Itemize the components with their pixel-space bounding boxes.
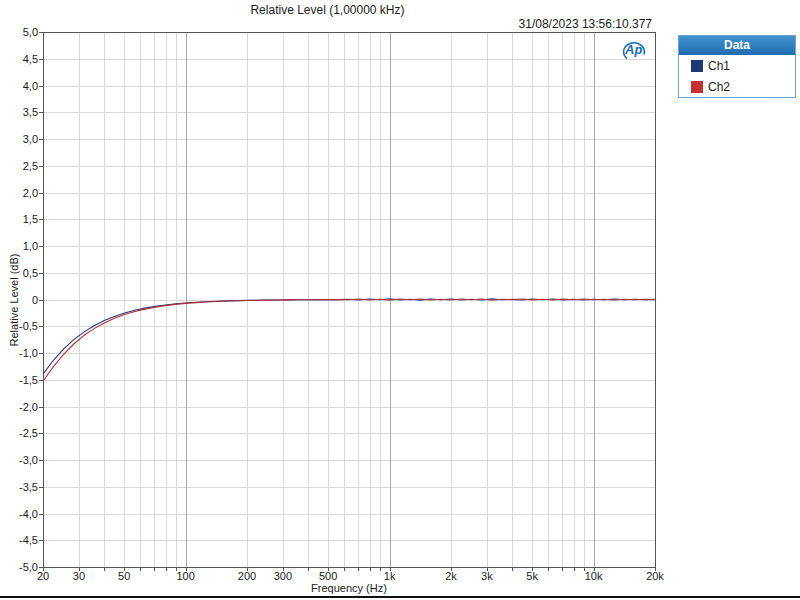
- y-tick-label: 3,5: [0, 105, 38, 119]
- audio-precision-logo-icon: Ap: [617, 38, 653, 60]
- legend-item-label: Ch2: [708, 80, 730, 94]
- legend-header: Data: [679, 36, 795, 55]
- legend-item-ch2[interactable]: Ch2: [679, 76, 795, 97]
- y-tick-label: -4,0: [0, 507, 38, 521]
- y-tick-label: -4,5: [0, 533, 38, 547]
- y-tick-label: -2,5: [0, 426, 38, 440]
- y-tick-label: 2,5: [0, 159, 38, 173]
- legend-panel: Data Ch1 Ch2: [678, 35, 796, 98]
- y-tick-label: -2,0: [0, 400, 38, 414]
- y-tick-label: -3,5: [0, 480, 38, 494]
- legend-item-label: Ch1: [708, 59, 730, 73]
- y-tick-label: 1,0: [0, 239, 38, 253]
- y-tick-label: 5,0: [0, 25, 38, 39]
- curve-ch1: [43, 299, 655, 374]
- ch2-color-swatch: [691, 81, 703, 93]
- y-tick-label: 2,0: [0, 186, 38, 200]
- y-axis-title: Relative Level (dB): [8, 254, 20, 347]
- window-bottom-border: [0, 596, 800, 598]
- y-tick-label: 1,5: [0, 212, 38, 226]
- y-tick-label: 4,5: [0, 52, 38, 66]
- legend-item-ch1[interactable]: Ch1: [679, 55, 795, 76]
- y-tick-label: -3,0: [0, 453, 38, 467]
- y-tick-label: 4,0: [0, 79, 38, 93]
- y-tick-label: -1,5: [0, 373, 38, 387]
- y-tick-label: -1,0: [0, 346, 38, 360]
- curve-ch2: [43, 299, 655, 381]
- y-tick-label: 3,0: [0, 132, 38, 146]
- x-axis-title: Frequency (Hz): [43, 582, 655, 594]
- ap-measurement-window: Relative Level (1,00000 kHz) 31/08/2023 …: [0, 0, 800, 600]
- ch1-color-swatch: [691, 60, 703, 72]
- svg-text:Ap: Ap: [624, 42, 642, 57]
